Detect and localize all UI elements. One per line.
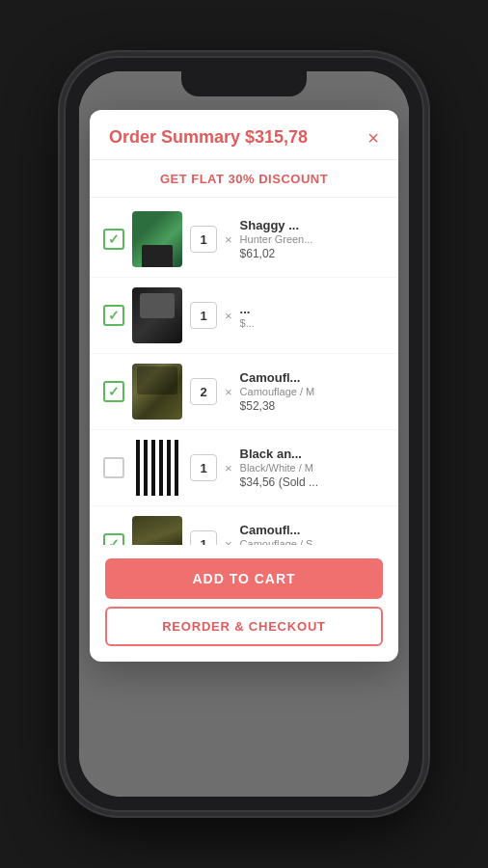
item-image-4 — [132, 440, 182, 496]
checkmark-icon: ✓ — [108, 536, 120, 545]
item-quantity-1[interactable]: 1 — [190, 226, 217, 253]
item-price: $61,02 — [240, 247, 385, 260]
item-quantity-4[interactable]: 1 — [190, 454, 217, 481]
modal-overlay: Order Summary $315,78 × GET FLAT 30% DIS… — [79, 71, 409, 797]
order-item-2: ✓1×...$... — [90, 278, 398, 354]
items-list: ✓1×Shaggy ...Hunter Green...$61,02✓1×...… — [90, 198, 398, 545]
add-to-cart-button[interactable]: ADD TO CART — [105, 558, 383, 599]
checkmark-icon: ✓ — [108, 308, 120, 323]
multiply-icon: × — [225, 537, 232, 546]
item-details-4: Black an...Black/White / M$34,56 (Sold .… — [240, 447, 385, 489]
item-checkbox-3[interactable]: ✓ — [103, 381, 124, 402]
order-item-3: ✓2×Camoufl...Camouflage / M$52,38 — [90, 354, 398, 430]
item-price: $34,56 (Sold ... — [240, 475, 385, 489]
item-variant: Black/White / M — [240, 462, 385, 474]
item-variant: Camouflage / S — [240, 538, 385, 545]
checkmark-icon: ✓ — [108, 231, 120, 247]
multiply-icon: × — [225, 461, 232, 475]
discount-text: GET FLAT 30% DISCOUNT — [160, 172, 328, 186]
item-checkbox-1[interactable]: ✓ — [103, 229, 124, 250]
order-summary-modal: Order Summary $315,78 × GET FLAT 30% DIS… — [90, 110, 398, 662]
item-name: ... — [240, 302, 385, 316]
item-name: Black an... — [240, 447, 385, 461]
multiply-icon: × — [225, 309, 232, 323]
item-variant: Hunter Green... — [240, 233, 385, 245]
order-item-5: ✓1×Camoufl...Camouflage / S$52,38 — [90, 506, 398, 545]
close-button[interactable]: × — [367, 128, 379, 148]
item-checkbox-2[interactable]: ✓ — [103, 305, 124, 326]
reorder-checkout-button[interactable]: REORDER & CHECKOUT — [105, 607, 383, 646]
item-price: $52,38 — [240, 399, 385, 413]
qty-number: 2 — [200, 385, 206, 399]
item-details-5: Camoufl...Camouflage / S$52,38 — [240, 523, 385, 545]
item-name: Shaggy ... — [240, 218, 385, 232]
modal-title: Order Summary $315,78 — [109, 127, 308, 148]
item-name: Camoufl... — [240, 523, 385, 537]
item-name: Camoufl... — [240, 370, 385, 385]
checkmark-icon: ✓ — [108, 384, 120, 399]
phone-frame: Payment Status Pending Fulfillment Statu… — [66, 58, 422, 810]
notch — [181, 71, 307, 96]
discount-banner: GET FLAT 30% DISCOUNT — [90, 160, 398, 198]
item-checkbox-5[interactable]: ✓ — [103, 533, 124, 545]
order-item-4: 1×Black an...Black/White / M$34,56 (Sold… — [90, 430, 398, 506]
qty-number: 1 — [200, 461, 206, 475]
item-image-2 — [132, 287, 182, 343]
item-image-5 — [132, 516, 182, 545]
item-details-1: Shaggy ...Hunter Green...$61,02 — [240, 218, 385, 260]
modal-header: Order Summary $315,78 × — [90, 110, 398, 160]
qty-number: 1 — [200, 232, 206, 247]
item-details-3: Camoufl...Camouflage / M$52,38 — [240, 370, 385, 413]
qty-number: 1 — [200, 537, 206, 546]
qty-number: 1 — [200, 309, 206, 323]
item-quantity-3[interactable]: 2 — [190, 378, 217, 405]
phone-screen: Payment Status Pending Fulfillment Statu… — [79, 71, 409, 797]
item-quantity-5[interactable]: 1 — [190, 530, 217, 545]
item-checkbox-4[interactable] — [103, 457, 124, 478]
order-item-1: ✓1×Shaggy ...Hunter Green...$61,02 — [90, 202, 398, 278]
item-image-3 — [132, 364, 182, 420]
item-variant: Camouflage / M — [240, 386, 385, 397]
item-variant: $... — [240, 317, 385, 329]
modal-buttons: ADD TO CART REORDER & CHECKOUT — [90, 545, 398, 662]
multiply-icon: × — [225, 385, 232, 399]
multiply-icon: × — [225, 232, 232, 247]
item-details-2: ...$... — [240, 302, 385, 329]
item-image-1 — [132, 211, 182, 267]
item-quantity-2[interactable]: 1 — [190, 302, 217, 329]
